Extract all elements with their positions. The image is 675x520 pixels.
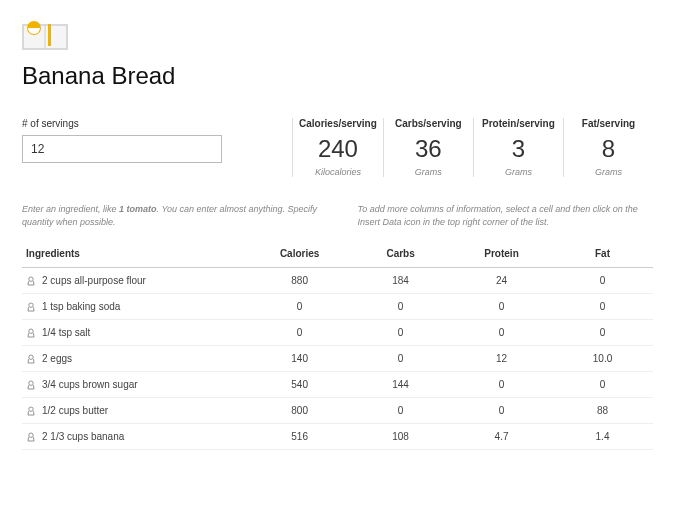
summary-title: Carbs/serving [390,118,467,129]
col-ingredients: Ingredients [22,240,249,268]
summary-value: 3 [480,135,557,163]
cell-calories: 0 [249,294,350,320]
cell-protein: 0 [451,320,552,346]
food-item-icon [26,276,36,286]
recipe-title: Banana Bread [22,62,653,90]
col-fat: Fat [552,240,653,268]
servings-block: # of servings [22,118,272,163]
summary-unit: Kilocalories [299,167,377,177]
summary-unit: Grams [480,167,557,177]
col-carbs: Carbs [350,240,451,268]
summary-unit: Grams [570,167,647,177]
food-item-icon [26,406,36,416]
svg-point-9 [29,381,33,385]
cell-protein: 0 [451,294,552,320]
table-row[interactable]: 1 tsp baking soda 0 0 0 0 [22,294,653,320]
cell-protein: 0 [451,372,552,398]
ingredient-name: 1/4 tsp salt [42,327,90,338]
cell-fat: 1.4 [552,424,653,450]
table-row[interactable]: 1/4 tsp salt 0 0 0 0 [22,320,653,346]
summary-title: Protein/serving [480,118,557,129]
food-item-icon [26,302,36,312]
cell-calories: 140 [249,346,350,372]
cell-protein: 0 [451,398,552,424]
cell-carbs: 0 [350,398,451,424]
cell-fat: 0 [552,268,653,294]
hint-bold: 1 tomato [119,204,157,214]
food-item-icon [26,354,36,364]
cell-carbs: 0 [350,294,451,320]
summary-protein: Protein/serving 3 Grams [473,118,563,177]
svg-point-10 [29,407,33,411]
cell-protein: 12 [451,346,552,372]
cell-calories: 880 [249,268,350,294]
stats-row: # of servings Calories/serving 240 Kiloc… [22,118,653,177]
summary-fat: Fat/serving 8 Grams [563,118,653,177]
nutrient-summary: Calories/serving 240 Kilocalories Carbs/… [292,118,653,177]
cell-calories: 800 [249,398,350,424]
ingredient-name: 2 1/3 cups banana [42,431,124,442]
svg-point-5 [29,277,33,281]
cell-carbs: 144 [350,372,451,398]
cell-fat: 10.0 [552,346,653,372]
summary-calories: Calories/serving 240 Kilocalories [292,118,383,177]
summary-value: 240 [299,135,377,163]
cell-fat: 88 [552,398,653,424]
ingredient-name: 2 cups all-purpose flour [42,275,146,286]
food-item-icon [26,380,36,390]
table-row[interactable]: 3/4 cups brown sugar 540 144 0 0 [22,372,653,398]
hint-right: To add more columns of information, sele… [358,203,654,228]
summary-carbs: Carbs/serving 36 Grams [383,118,473,177]
table-row[interactable]: 2 cups all-purpose flour 880 184 24 0 [22,268,653,294]
summary-value: 8 [570,135,647,163]
cell-fat: 0 [552,320,653,346]
cell-carbs: 108 [350,424,451,450]
food-item-icon [26,328,36,338]
cell-protein: 24 [451,268,552,294]
summary-title: Fat/serving [570,118,647,129]
cell-calories: 516 [249,424,350,450]
svg-point-6 [29,303,33,307]
servings-input[interactable] [22,135,222,163]
table-header-row: Ingredients Calories Carbs Protein Fat [22,240,653,268]
cell-carbs: 0 [350,320,451,346]
col-calories: Calories [249,240,350,268]
table-row[interactable]: 2 1/3 cups banana 516 108 4.7 1.4 [22,424,653,450]
cell-fat: 0 [552,372,653,398]
hint-left: Enter an ingredient, like 1 tomato. You … [22,203,318,228]
cell-calories: 540 [249,372,350,398]
cell-carbs: 184 [350,268,451,294]
svg-point-8 [29,355,33,359]
svg-point-7 [29,329,33,333]
servings-label: # of servings [22,118,272,129]
recipe-book-icon [22,18,68,52]
summary-unit: Grams [390,167,467,177]
svg-point-11 [29,433,33,437]
summary-value: 36 [390,135,467,163]
ingredient-name: 1/2 cups butter [42,405,108,416]
summary-title: Calories/serving [299,118,377,129]
ingredient-name: 3/4 cups brown sugar [42,379,138,390]
col-protein: Protein [451,240,552,268]
ingredients-table: Ingredients Calories Carbs Protein Fat 2… [22,240,653,450]
table-row[interactable]: 2 eggs 140 0 12 10.0 [22,346,653,372]
table-row[interactable]: 1/2 cups butter 800 0 0 88 [22,398,653,424]
food-item-icon [26,432,36,442]
svg-rect-4 [48,24,51,46]
ingredient-name: 2 eggs [42,353,72,364]
ingredient-name: 1 tsp baking soda [42,301,120,312]
cell-carbs: 0 [350,346,451,372]
hints-row: Enter an ingredient, like 1 tomato. You … [22,203,653,228]
cell-fat: 0 [552,294,653,320]
cell-calories: 0 [249,320,350,346]
hint-text: Enter an ingredient, like [22,204,119,214]
cell-protein: 4.7 [451,424,552,450]
